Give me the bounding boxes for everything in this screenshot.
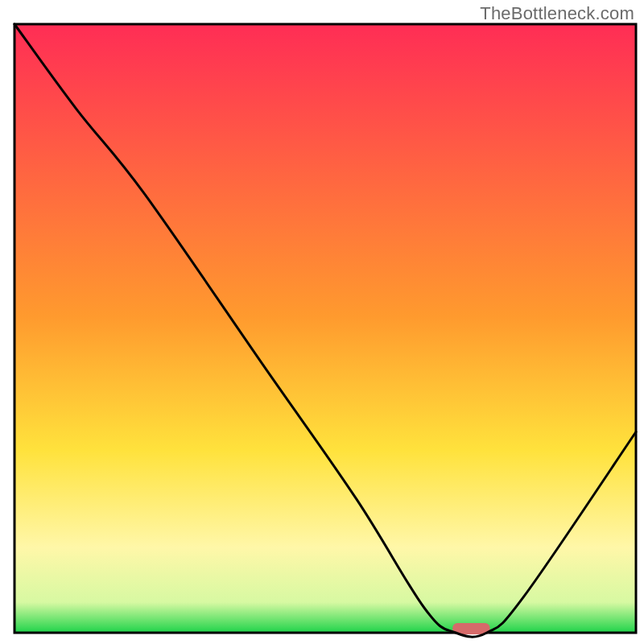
plot-area — [14, 24, 636, 633]
bottleneck-chart — [0, 0, 644, 644]
watermark-text: TheBottleneck.com — [480, 3, 634, 24]
